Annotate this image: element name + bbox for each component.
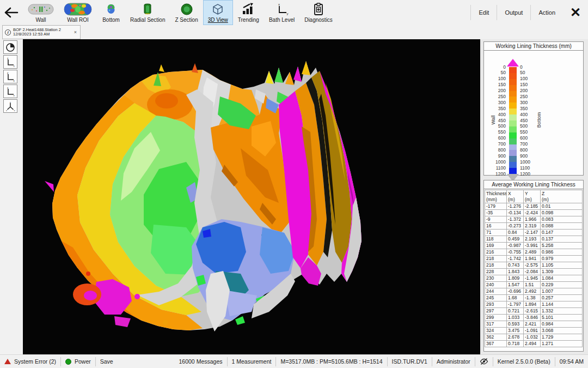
toolbar-button-trending[interactable]: Trending xyxy=(233,0,264,25)
menu-output[interactable]: Output xyxy=(497,0,530,25)
menu-action[interactable]: Action xyxy=(531,0,563,25)
cell-thickness: 293 xyxy=(485,301,507,308)
cell-thickness: 324 xyxy=(485,328,507,334)
back-button[interactable] xyxy=(0,0,23,25)
color-scale-segment xyxy=(509,156,517,162)
cell-z: 0.088 xyxy=(541,223,583,230)
axis-zx-icon[interactable]: zx xyxy=(3,70,17,83)
thickness-table: Thickness(mm) X(m) Y(m) Z(m) -179 -1.276 xyxy=(485,190,583,347)
table-row: 230 1.809 -1.945 1.084 xyxy=(485,275,583,282)
wall-roi-thumbnail-icon xyxy=(64,2,92,16)
legend-tick: 300 xyxy=(485,100,506,106)
clock-time: 09:54 AM xyxy=(555,355,588,368)
save-label: Save xyxy=(100,358,113,365)
color-scale-segment xyxy=(509,168,517,174)
cell-z: 1.144 xyxy=(541,301,583,308)
axis-zy-icon[interactable]: zy xyxy=(3,55,17,69)
cell-thickness: 230 xyxy=(485,275,507,282)
close-x-icon[interactable]: ✕ xyxy=(563,0,588,25)
legend-tick: 250 xyxy=(485,94,506,100)
tab-close-icon[interactable]: × xyxy=(73,29,78,35)
table-row: 367 0.718 2.494 1.271 xyxy=(485,341,583,347)
legend-tick: 350 xyxy=(485,106,506,112)
col-thickness: Thickness(mm) xyxy=(485,190,507,203)
cell-thickness: -9 xyxy=(485,216,507,223)
legend-tick: 700 xyxy=(485,141,506,147)
3d-viewport[interactable] xyxy=(23,39,480,354)
table-row: 118 0.459 2.193 0.137 xyxy=(485,236,583,243)
color-scale-segment xyxy=(509,79,517,85)
toolbar-button-bottom[interactable]: Bottom xyxy=(97,0,125,25)
legend-wall-label: Wall xyxy=(491,112,496,128)
power-status[interactable]: Power xyxy=(61,355,95,368)
color-scale-segment xyxy=(509,132,517,138)
axis-xy-icon[interactable]: xy xyxy=(3,85,17,98)
color-scale-segment xyxy=(509,126,517,132)
legend-tick: 50 xyxy=(485,70,506,76)
trending-chart-icon xyxy=(241,2,255,16)
cell-x: 0.459 xyxy=(507,236,524,243)
system-error-status[interactable]: System Error (2) xyxy=(0,355,60,368)
cell-z: 5.258 xyxy=(541,243,583,249)
cell-z: 1.084 xyxy=(541,275,583,282)
main-toolbar: Wall Wall ROI xyxy=(0,0,588,25)
section-pie-icon[interactable] xyxy=(3,40,17,54)
table-row: 218 0.743 -2.575 1.105 xyxy=(485,262,583,269)
table-row: 324 3.475 -1.091 3.068 xyxy=(485,328,583,334)
cell-z: 0.137 xyxy=(541,236,583,243)
cell-thickness: 240 xyxy=(485,282,507,288)
cell-z: 1.729 xyxy=(541,334,583,341)
menu-edit[interactable]: Edit xyxy=(471,0,497,25)
cell-x: 0.84 xyxy=(507,230,524,236)
legend-bottom-label: Bottom xyxy=(536,112,542,128)
toolbar-button-wall[interactable]: Wall xyxy=(23,0,59,25)
cell-z: 5.101 xyxy=(541,315,583,321)
color-scale-bar xyxy=(509,67,517,174)
visibility-off-icon[interactable] xyxy=(475,355,493,368)
cell-y: -1.091 xyxy=(524,328,541,334)
cell-thickness: 299 xyxy=(485,315,507,321)
cube-3d-view-icon xyxy=(211,2,224,16)
legend-tick: 200 xyxy=(520,88,541,94)
cell-y: -1.032 xyxy=(524,334,541,341)
cell-z: 1.332 xyxy=(541,308,583,315)
cell-y: -3.846 xyxy=(524,315,541,321)
legend-tick: 350 xyxy=(520,106,541,112)
cell-thickness: -179 xyxy=(485,203,507,210)
color-scale-segment xyxy=(509,138,517,144)
toolbar-button-wall-roi[interactable]: Wall ROI xyxy=(59,0,97,25)
toolbar-menu: Edit Output Action ✕ xyxy=(470,0,588,25)
cell-x: 1.843 xyxy=(507,269,524,275)
color-scale-segment xyxy=(509,85,517,91)
toolbar-button-diagnostics[interactable]: Diagnostics xyxy=(299,0,338,25)
cell-thickness: 244 xyxy=(485,288,507,295)
cell-thickness: 216 xyxy=(485,249,507,256)
measurement-count[interactable]: 1 Measurement xyxy=(228,355,276,368)
messages-count[interactable]: 16000 Messages xyxy=(175,355,227,368)
toolbar-button-bath-level[interactable]: x y Bath Level xyxy=(264,0,299,25)
toolbar-button-3d-view[interactable]: 3D View xyxy=(203,0,233,25)
svg-text:z: z xyxy=(7,72,9,75)
legend-overflow-arrow-top xyxy=(507,59,519,67)
save-status[interactable]: Save xyxy=(96,355,118,368)
cell-y: 2.489 xyxy=(524,249,541,256)
power-label: Power xyxy=(75,358,91,365)
color-scale-segment xyxy=(509,162,517,168)
legend-tick: 550 xyxy=(485,129,506,135)
kernel-version: Kernel 2.5.0.0 (Beta) xyxy=(493,355,555,368)
cell-y: 2.421 xyxy=(524,321,541,328)
toolbar-label: Diagnostics xyxy=(304,17,333,23)
wall-thumbnail-icon xyxy=(28,2,54,16)
svg-text:y: y xyxy=(14,94,15,96)
cell-z: 0.257 xyxy=(541,295,583,301)
measurement-tab[interactable]: i BOF 2.Heat1488.Station 2 12/8/2023 12:… xyxy=(2,25,81,39)
toolbar-button-radial-section[interactable]: Radial Section xyxy=(125,0,170,25)
axis-iso-3d-icon[interactable]: z xy xyxy=(3,99,17,113)
cell-z: 0.098 xyxy=(541,210,583,216)
svg-text:y: y xyxy=(14,108,15,111)
cell-y: -2.424 xyxy=(524,210,541,216)
table-row: 293 -1.797 1.894 1.144 xyxy=(485,301,583,308)
col-y: Y(m) xyxy=(524,190,541,203)
toolbar-button-z-section[interactable]: Z Section xyxy=(170,0,203,25)
table-row: -35 -0.134 -2.424 0.098 xyxy=(485,210,583,216)
